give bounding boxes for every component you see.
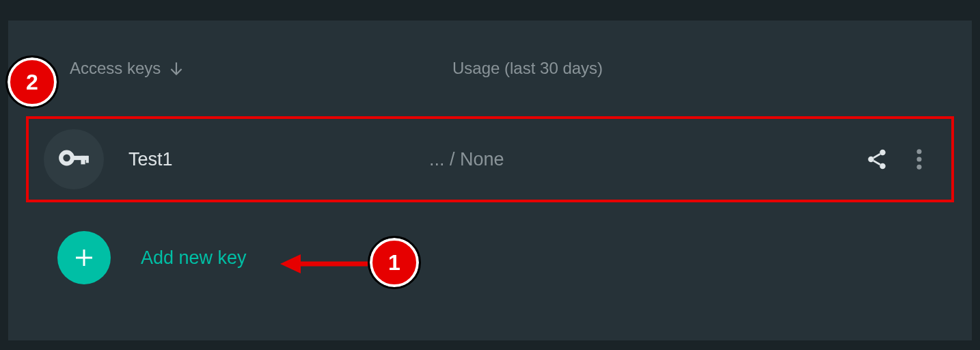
column-header-usage[interactable]: Usage (last 30 days) bbox=[452, 59, 944, 78]
svg-point-7 bbox=[880, 163, 886, 170]
svg-point-12 bbox=[916, 165, 921, 170]
column-header-access-keys[interactable]: Access keys bbox=[70, 59, 452, 78]
svg-point-6 bbox=[868, 157, 874, 163]
plus-icon bbox=[57, 231, 111, 284]
annotation-marker-2: 2 bbox=[8, 57, 57, 107]
svg-line-9 bbox=[873, 154, 880, 158]
key-row[interactable]: Test1 ... / None bbox=[37, 129, 943, 190]
svg-marker-16 bbox=[280, 254, 301, 273]
add-new-key-button[interactable]: Add new key bbox=[57, 231, 972, 284]
table-header-row: Access keys Usage (last 30 days) bbox=[8, 55, 972, 82]
annotation-marker-1: 1 bbox=[370, 238, 419, 287]
add-new-key-label: Add new key bbox=[141, 247, 247, 269]
svg-rect-4 bbox=[86, 156, 89, 163]
annotation-highlight-box: Test1 ... / None bbox=[26, 116, 954, 202]
svg-rect-3 bbox=[81, 156, 85, 165]
annotation-arrow-icon bbox=[280, 250, 369, 278]
svg-point-5 bbox=[880, 150, 886, 156]
key-icon bbox=[57, 141, 91, 178]
more-vert-icon[interactable] bbox=[916, 148, 923, 171]
svg-line-8 bbox=[873, 161, 880, 165]
key-name: Test1 bbox=[128, 149, 429, 170]
access-keys-label: Access keys bbox=[70, 59, 161, 78]
svg-point-1 bbox=[61, 152, 72, 164]
svg-point-10 bbox=[916, 149, 921, 154]
svg-point-11 bbox=[916, 157, 921, 161]
svg-rect-2 bbox=[71, 156, 88, 160]
key-avatar bbox=[44, 129, 104, 189]
key-usage: ... / None bbox=[429, 149, 865, 170]
arrow-down-icon bbox=[167, 59, 185, 77]
share-icon[interactable] bbox=[865, 148, 888, 171]
